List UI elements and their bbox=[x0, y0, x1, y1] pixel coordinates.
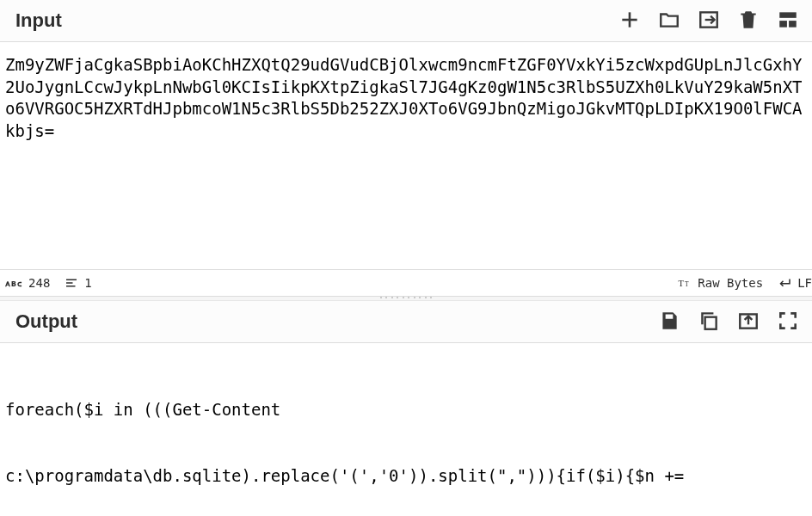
save-output-button[interactable] bbox=[657, 310, 681, 334]
replace-input-button[interactable] bbox=[736, 310, 760, 334]
new-tab-button[interactable] bbox=[618, 9, 642, 33]
input-status-bar: ᴀʙᴄ 248 1 TT Raw Bytes LF bbox=[0, 269, 812, 297]
line-count-widget[interactable]: 1 bbox=[64, 275, 91, 291]
copy-output-button[interactable] bbox=[697, 310, 721, 334]
output-pane-header: Output bbox=[0, 301, 812, 343]
clear-input-button[interactable] bbox=[736, 9, 760, 33]
plus-icon bbox=[618, 9, 641, 34]
abc-icon: ᴀʙᴄ bbox=[5, 279, 23, 288]
char-count-widget[interactable]: ᴀʙᴄ 248 bbox=[5, 276, 50, 290]
copy-icon bbox=[698, 310, 720, 335]
input-toolbar bbox=[618, 9, 800, 33]
output-toolbar bbox=[657, 310, 800, 334]
input-textarea[interactable]: Zm9yZWFjaCgkaSBpbiAoKChHZXQtQ29udGVudCBj… bbox=[0, 42, 812, 269]
eol-indicator[interactable]: LF bbox=[777, 275, 812, 291]
output-line: c:\programdata\db.sqlite).replace('(','0… bbox=[5, 465, 807, 488]
svg-rect-12 bbox=[705, 316, 717, 329]
case-icon: TT bbox=[677, 275, 692, 291]
export-icon bbox=[737, 310, 760, 335]
eol-label: LF bbox=[797, 276, 812, 290]
output-line: foreach($i in (((Get-Content bbox=[5, 399, 807, 421]
output-label: Output bbox=[15, 310, 77, 333]
layout-icon bbox=[777, 9, 799, 34]
import-file-button[interactable] bbox=[697, 9, 721, 33]
import-icon bbox=[698, 9, 720, 34]
folder-icon bbox=[658, 9, 680, 34]
return-icon bbox=[777, 275, 792, 291]
svg-text:T: T bbox=[685, 280, 689, 288]
open-folder-button[interactable] bbox=[657, 9, 681, 33]
char-count-value: 248 bbox=[28, 276, 50, 290]
output-textarea[interactable]: foreach($i in (((Get-Content c:\programd… bbox=[0, 343, 812, 516]
raw-bytes-toggle[interactable]: TT Raw Bytes bbox=[677, 275, 763, 291]
raw-bytes-label: Raw Bytes bbox=[698, 276, 763, 290]
trash-icon bbox=[737, 9, 760, 34]
input-pane-header: Input bbox=[0, 0, 812, 42]
svg-rect-6 bbox=[789, 21, 797, 28]
toggle-layout-button[interactable] bbox=[776, 9, 800, 33]
input-label: Input bbox=[15, 9, 62, 32]
maximize-icon bbox=[777, 310, 799, 335]
svg-rect-5 bbox=[779, 21, 787, 28]
maximize-output-button[interactable] bbox=[776, 310, 800, 334]
lines-icon bbox=[64, 275, 79, 291]
line-count-value: 1 bbox=[84, 276, 91, 290]
svg-rect-4 bbox=[779, 12, 797, 17]
save-icon bbox=[658, 310, 680, 335]
svg-text:T: T bbox=[679, 279, 685, 288]
